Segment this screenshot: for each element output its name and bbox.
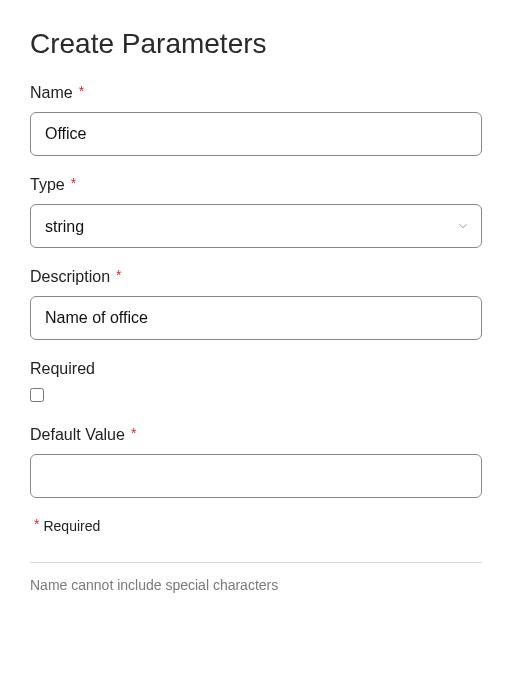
required-star-icon: * — [34, 516, 39, 532]
name-label: Name * — [30, 84, 482, 102]
default-value-input[interactable] — [30, 454, 482, 498]
page-title: Create Parameters — [30, 28, 482, 60]
name-input[interactable] — [30, 112, 482, 156]
type-select[interactable]: string — [30, 204, 482, 248]
type-label: Type * — [30, 176, 482, 194]
type-label-text: Type — [30, 176, 65, 194]
required-legend-text: Required — [43, 518, 100, 534]
required-legend: *Required — [30, 518, 482, 534]
type-field: Type * string — [30, 176, 482, 248]
default-value-label: Default Value * — [30, 426, 482, 444]
description-label: Description * — [30, 268, 482, 286]
required-label-text: Required — [30, 360, 95, 378]
default-value-label-text: Default Value — [30, 426, 125, 444]
required-field: Required — [30, 360, 482, 406]
required-star-icon: * — [79, 83, 84, 99]
required-star-icon: * — [131, 425, 136, 441]
name-field: Name * — [30, 84, 482, 156]
name-hint: Name cannot include special characters — [30, 577, 482, 593]
divider — [30, 562, 482, 563]
description-input[interactable] — [30, 296, 482, 340]
description-field: Description * — [30, 268, 482, 340]
default-value-field: Default Value * — [30, 426, 482, 498]
description-label-text: Description — [30, 268, 110, 286]
name-label-text: Name — [30, 84, 73, 102]
required-star-icon: * — [71, 175, 76, 191]
required-star-icon: * — [116, 267, 121, 283]
required-checkbox[interactable] — [30, 388, 44, 402]
required-label: Required — [30, 360, 482, 378]
